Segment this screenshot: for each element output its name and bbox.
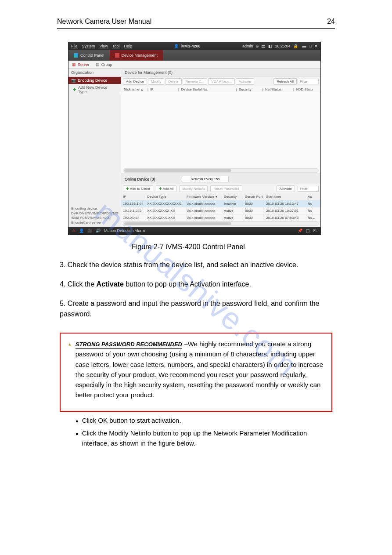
table-row[interactable]: 10.16.1.222 XX-XXXXXXX-XX Vx.x.xbuild xx… bbox=[121, 207, 320, 214]
col-ip[interactable]: IP bbox=[123, 195, 147, 199]
step-num: 5. bbox=[60, 300, 65, 307]
online-hscrollbar[interactable] bbox=[123, 221, 319, 226]
col-server-port[interactable]: Server Port bbox=[245, 195, 266, 199]
collapse-icon[interactable]: ◫ bbox=[306, 229, 310, 233]
subtabs: ▦ Server ▤ Group bbox=[68, 61, 320, 69]
cell-st: 2015-03-20 07:53:43 bbox=[266, 216, 308, 220]
plus-icon: ✚ bbox=[73, 87, 76, 92]
menu-file[interactable]: File bbox=[71, 44, 78, 48]
device-icon: 📷 bbox=[71, 78, 76, 83]
tab-control-panel[interactable]: Control Panel bbox=[68, 50, 110, 61]
bullet-text: Click the Modify Netinfo button to pop u… bbox=[82, 428, 332, 449]
col-serial[interactable]: Device Serial No. bbox=[181, 87, 234, 91]
subtab-group[interactable]: ▤ Group bbox=[96, 62, 112, 67]
table-row[interactable]: 192.0.0.64 XX-XXXXXX-XXX Vx.x.xbuild xxx… bbox=[121, 214, 320, 221]
online-table-header: IP Device Type Firmware Version ▼ Securi… bbox=[121, 193, 320, 200]
menu-system[interactable]: System bbox=[82, 44, 95, 48]
cell-fw: Vx.x.xbuild xxxxxx bbox=[187, 209, 224, 213]
sidebar-item-encoding-device[interactable]: 📷 Encoding Device bbox=[68, 77, 121, 84]
btn-label: Add to Client bbox=[130, 187, 150, 191]
maximize-icon[interactable]: □ bbox=[309, 44, 311, 48]
refresh-every-button[interactable]: Refresh Every 15s bbox=[182, 176, 229, 182]
plus-icon: ✚ bbox=[159, 187, 162, 191]
online-activate-button[interactable]: Activate bbox=[277, 185, 295, 192]
clock: 16:25:04 bbox=[275, 44, 290, 48]
menu-help[interactable]: Help bbox=[124, 44, 132, 48]
btn-label: Add All bbox=[162, 187, 173, 191]
cell-sec: Inactive bbox=[224, 202, 245, 206]
col-ip[interactable]: IP bbox=[150, 87, 176, 91]
lock-icon[interactable]: 🔒 bbox=[293, 44, 298, 48]
col-security[interactable]: Security bbox=[224, 195, 245, 199]
sidebar-item-label: Encoding Device bbox=[78, 78, 108, 83]
step-text-b: Activate bbox=[97, 280, 124, 288]
online-filter-input[interactable] bbox=[298, 186, 319, 192]
add-device-button[interactable]: Add Device bbox=[123, 78, 147, 85]
cell-ip: 10.16.1.222 bbox=[123, 209, 147, 213]
col-nickname[interactable]: Nickname ▲ bbox=[124, 87, 146, 91]
col-security[interactable]: Security bbox=[239, 87, 261, 91]
sidebar-item-add-new-type[interactable]: ✚ Add New Device Type bbox=[68, 84, 121, 95]
step-text: Check the device status from the device … bbox=[68, 261, 298, 268]
mgmt-title: Device for Management (0) bbox=[121, 69, 320, 77]
mgmt-columns: Nickname ▲ | IP | Device Serial No. | Se… bbox=[121, 86, 320, 93]
close-icon[interactable]: ✕ bbox=[314, 44, 318, 48]
menu-tool[interactable]: Tool bbox=[112, 44, 120, 48]
col-device-type[interactable]: Device Type bbox=[147, 195, 187, 199]
tab-label: Device Management bbox=[122, 53, 158, 58]
cell-sec: Active bbox=[224, 209, 245, 213]
list-item: Click OK button to start activation. bbox=[76, 415, 332, 425]
add-to-client-button[interactable]: ✚ Add to Client bbox=[123, 185, 153, 192]
col-net-status[interactable]: Net Status bbox=[265, 87, 291, 91]
tab-device-management[interactable]: Device Management bbox=[110, 50, 163, 61]
mgmt-empty-body bbox=[121, 93, 320, 174]
vca-button[interactable]: VCA Alloca... bbox=[208, 78, 234, 85]
device-management-icon bbox=[115, 53, 119, 58]
organization-header: Organization bbox=[68, 69, 121, 77]
sound-icon[interactable]: 🔊 bbox=[96, 229, 101, 233]
person-icon[interactable]: 👤 bbox=[79, 229, 84, 233]
step-text-c: button to pop up the Activation interfac… bbox=[124, 280, 251, 288]
subtab-server[interactable]: ▦ Server bbox=[72, 62, 90, 67]
add-all-button[interactable]: ✚ Add All bbox=[156, 185, 177, 192]
cell-ip: 192.168.1.64 bbox=[123, 202, 147, 206]
col-start-time[interactable]: Start time bbox=[266, 195, 308, 199]
col-firmware[interactable]: Firmware Version ▼ bbox=[187, 195, 224, 199]
menu-view[interactable]: View bbox=[100, 44, 108, 48]
step-5: 5. Create a password and input the passw… bbox=[60, 298, 332, 319]
reset-password-button[interactable]: Reset Password bbox=[210, 185, 242, 192]
col-ac[interactable]: Ac bbox=[308, 195, 316, 199]
cell-st: 2015-03-20 10:27:51 bbox=[266, 209, 308, 213]
modify-netinfo-button[interactable]: Modify Netinfo bbox=[179, 185, 208, 192]
pin-icon[interactable]: 📌 bbox=[298, 229, 302, 233]
col-hdd-status[interactable]: HDD Statu bbox=[296, 87, 318, 91]
warning-icon bbox=[68, 339, 71, 350]
sort-icon: ▲ bbox=[140, 88, 144, 91]
online-title: Online Device (3) bbox=[125, 177, 155, 181]
encoding-description: Encoding device: DVR/DVS/NVR/IPC/IPD/iVM… bbox=[68, 205, 121, 227]
expand-icon[interactable]: ⇱ bbox=[313, 229, 317, 233]
mgmt-hscrollbar[interactable] bbox=[123, 168, 319, 173]
table-row[interactable]: 192.168.1.64 XX-XXXXXXXXXXXX Vx.x.xbuild… bbox=[121, 200, 320, 207]
alarm-icon[interactable]: ⚠ bbox=[72, 229, 76, 233]
cell-dtype: XX-XXXXXX-XXX bbox=[147, 216, 187, 220]
sidebar: Organization 📷 Encoding Device ✚ Add New… bbox=[68, 69, 121, 227]
step-3: 3. Check the device status from the devi… bbox=[60, 260, 332, 270]
col-label: Nickname bbox=[124, 87, 140, 91]
titlebar: File System View Tool Help 👤 iVMS-4200 a… bbox=[68, 42, 320, 50]
app-title: iVMS-4200 bbox=[180, 44, 200, 48]
activate-button[interactable]: Activate bbox=[236, 78, 254, 85]
delete-button[interactable]: Delete bbox=[165, 78, 181, 85]
online-toolbar: ✚ Add to Client ✚ Add All Modify Netinfo… bbox=[121, 184, 320, 193]
cell-dtype: XX-XXXXXXX-XX bbox=[147, 209, 187, 213]
group-icon: ▤ bbox=[96, 62, 100, 67]
minimize-icon[interactable]: ▬ bbox=[302, 44, 306, 48]
remote-button[interactable]: Remote C... bbox=[183, 78, 208, 85]
refresh-all-button[interactable]: Refresh All bbox=[273, 78, 297, 85]
col-sep: | bbox=[178, 87, 179, 91]
cell-ac: No... bbox=[308, 216, 316, 220]
mgmt-filter-input[interactable] bbox=[298, 79, 319, 84]
modify-button[interactable]: Modify bbox=[148, 78, 165, 85]
video-icon[interactable]: 🎥 bbox=[87, 229, 92, 233]
col-sep: | bbox=[147, 87, 148, 91]
